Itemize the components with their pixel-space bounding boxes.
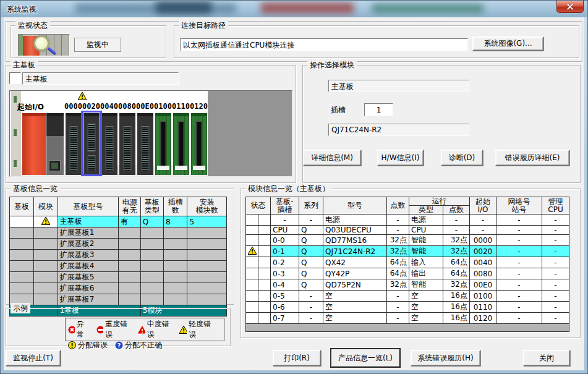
hw-info-button[interactable]: H/W信息(I) xyxy=(377,150,424,166)
table-cell: 扩展基板2 xyxy=(58,239,119,250)
table-filler-cell xyxy=(246,324,569,332)
io-module-slot3[interactable] xyxy=(119,113,135,175)
table-cell xyxy=(187,283,227,294)
empty-slot-0120[interactable] xyxy=(191,113,207,175)
table-cell xyxy=(258,291,271,302)
io-module-slot0[interactable] xyxy=(66,113,82,175)
system-error-history-button[interactable]: 系统错误履历(H) xyxy=(411,350,480,366)
detail-info-button[interactable]: 详细信息(M) xyxy=(303,150,361,166)
table-cell: Q xyxy=(299,226,323,235)
table-cell: 空 xyxy=(323,302,387,313)
diagnostics-button[interactable]: 诊断(D) xyxy=(441,150,483,166)
table-cell: - xyxy=(496,257,542,268)
base-row[interactable]: !主基板有Q85 xyxy=(10,216,227,227)
table-cell xyxy=(246,268,258,279)
monitor-status-value: 监视中 xyxy=(74,38,121,52)
base-select-indicator[interactable] xyxy=(9,72,21,84)
svg-text:!: ! xyxy=(45,219,47,225)
column-header: 电源 有无 xyxy=(119,197,140,216)
table-cell xyxy=(187,294,227,305)
table-cell: QD75P2N xyxy=(323,279,387,291)
minor-error-icon: ! xyxy=(179,326,187,334)
legend-item: 重度错误 xyxy=(96,319,130,340)
titlebar[interactable]: 系统监视 xyxy=(1,1,587,17)
module-row[interactable]: 0-7-空-空16点0120-- xyxy=(246,313,569,324)
table-cell: - xyxy=(542,302,569,313)
column-header: 点数 xyxy=(387,197,409,215)
base-row[interactable]: 扩展基板2 xyxy=(10,239,227,250)
module-row[interactable]: 0-5-空-空16点0100-- xyxy=(246,291,569,302)
table-cell xyxy=(140,261,163,272)
table-cell: - xyxy=(470,226,496,235)
table-cell xyxy=(10,261,34,272)
product-info-button[interactable]: 产品信息一览(L) xyxy=(331,349,400,367)
module-row[interactable]: 0-6-空-空16点0110-- xyxy=(246,302,569,313)
table-cell: 电源 xyxy=(409,215,443,226)
table-cell: Q xyxy=(140,216,163,227)
base-row[interactable]: 扩展基板5 xyxy=(10,272,227,283)
module-row[interactable]: 0-4QQD75P2N32点智能32点00E0-- xyxy=(246,279,569,291)
table-cell xyxy=(119,294,140,305)
table-cell xyxy=(258,246,271,257)
io-module-slot4[interactable] xyxy=(137,113,153,175)
base-row[interactable]: 扩展基板4 xyxy=(10,261,227,272)
rack-empty-area xyxy=(208,91,292,176)
table-cell: 0-0 xyxy=(271,235,299,246)
table-cell: 扩展基板1 xyxy=(58,227,119,239)
empty-slot-0100[interactable] xyxy=(155,113,171,175)
table-cell xyxy=(34,294,58,305)
error-icon xyxy=(68,326,75,334)
table-cell: 0-3 xyxy=(271,268,299,279)
base-row[interactable]: 扩展基板3 xyxy=(10,250,227,261)
table-cell: - xyxy=(299,215,323,226)
table-cell: - xyxy=(443,226,470,235)
error-history-detail-button[interactable]: 错误履历详细(E) xyxy=(495,150,569,166)
table-cell: - xyxy=(542,246,569,257)
table-cell xyxy=(187,272,227,283)
module-row[interactable]: 0-3QQY42P64点输出64点0080-- xyxy=(246,268,569,279)
print-button[interactable]: 打印(R) xyxy=(273,350,321,366)
table-cell: 智能 xyxy=(409,246,443,257)
io-address: 0110 xyxy=(172,102,190,111)
table-cell xyxy=(119,261,140,272)
table-cell xyxy=(258,279,271,291)
empty-slot-0110[interactable] xyxy=(173,113,189,175)
table-cell: - xyxy=(542,226,569,235)
module-row[interactable]: --电源-电源---- xyxy=(246,215,569,226)
connection-path-field[interactable]: 以太网插板通信通过CPU模块连接 xyxy=(180,38,468,51)
column-header: 运行 xyxy=(409,197,470,206)
io-module-slot2[interactable] xyxy=(101,113,117,175)
svg-text:!: ! xyxy=(70,342,74,349)
cpu-module[interactable] xyxy=(46,113,64,175)
close-dialog-button[interactable]: 关闭 xyxy=(523,350,570,366)
table-cell: - xyxy=(496,235,542,246)
module-row[interactable]: 0-0QQD77MS1632点智能32点0000-- xyxy=(246,235,569,246)
column-header: 系列 xyxy=(299,197,323,215)
power-module[interactable] xyxy=(22,113,46,175)
column-header: 点数 xyxy=(443,206,470,215)
table-cell: 0080 xyxy=(470,268,496,279)
table-cell: 32点 xyxy=(443,246,470,257)
table-cell: 智能 xyxy=(409,279,443,291)
table-cell xyxy=(164,239,187,250)
base-row[interactable]: 扩展基板1 xyxy=(10,227,227,239)
table-cell xyxy=(164,227,187,239)
table-cell: - xyxy=(299,291,323,302)
legend-row: 异常重度错误!中度错误!轻度错误 xyxy=(68,319,221,340)
table-cell xyxy=(10,227,34,239)
monitor-stop-button[interactable]: 监视停止(T) xyxy=(6,350,61,366)
table-cell: QJ71C24N-R2 xyxy=(323,246,387,257)
module-row[interactable]: !0-1QQJ71C24N-R232点智能32点0020-- xyxy=(246,246,569,257)
legend-row: !分配错误?分配不正确 xyxy=(68,340,221,351)
table-cell: - xyxy=(542,235,569,246)
base-row[interactable]: 扩展基板6 xyxy=(10,283,227,294)
table-cell xyxy=(258,313,271,324)
close-button[interactable] xyxy=(556,1,584,13)
base-row[interactable]: 扩展基板7 xyxy=(10,294,227,305)
module-row[interactable]: 0-2QQX4264点输入64点0040-- xyxy=(246,257,569,268)
start-io-label: 起始I/O xyxy=(17,102,44,113)
table-cell: 扩展基板4 xyxy=(58,261,119,272)
module-row[interactable]: CPUQQ03UDECPU-CPU---- xyxy=(246,226,569,235)
table-cell: - xyxy=(496,246,542,257)
system-image-button[interactable]: 系统图像(G)... xyxy=(472,36,543,51)
